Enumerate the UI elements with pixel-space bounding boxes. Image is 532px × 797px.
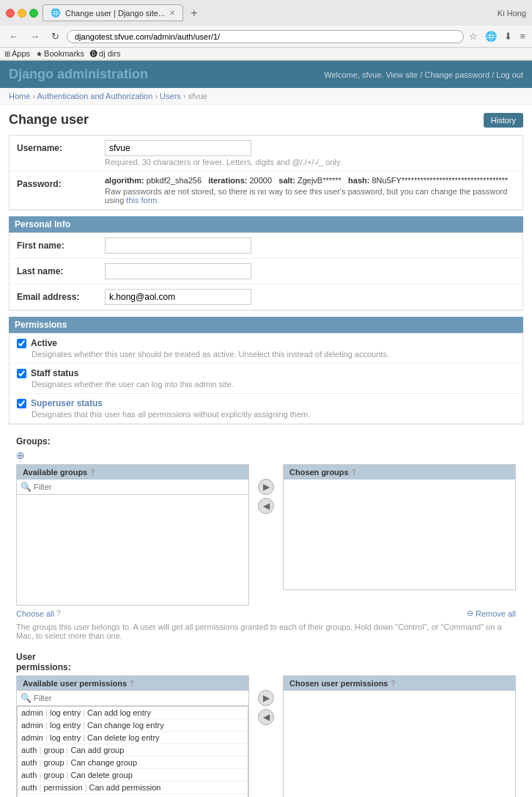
available-perms-label: Available user permissions [23, 679, 127, 688]
perms-transfer-right-button[interactable]: ▶ [258, 690, 274, 706]
perm-list-item[interactable]: auth | group | Can add group [18, 744, 248, 757]
available-groups-panel: Available groups ? 🔍 [16, 464, 249, 606]
bookmarks-apps[interactable]: ⊞ Apps [4, 49, 30, 58]
close-window-button[interactable] [6, 9, 15, 18]
chosen-perms-label: Chosen user permissions [289, 679, 388, 688]
chosen-groups-header: Chosen groups ? [284, 465, 515, 480]
forward-button[interactable]: → [26, 29, 44, 44]
perm-list-item[interactable]: auth | group | Can change group [18, 757, 248, 769]
last-name-input[interactable] [105, 263, 251, 279]
breadcrumb-sep3: › [183, 92, 188, 100]
browser-chrome: 🌐 Change user | Django site... ✕ + Ki Ho… [0, 0, 532, 61]
available-groups-help-icon: ? [90, 469, 95, 477]
superuser-text: Superuser status [31, 398, 103, 408]
perm-list-item[interactable]: admin | log entry | Can delete log entry [18, 732, 248, 744]
group-filter-input[interactable] [34, 482, 245, 491]
active-desc: Designates whether this user should be t… [32, 350, 515, 359]
pw-iterations-key: iterations: [208, 176, 247, 185]
staff-checkbox[interactable] [17, 369, 26, 378]
email-row: Email address: [10, 284, 522, 310]
username-label: Username: [17, 140, 105, 153]
chosen-groups-help-icon: ? [352, 469, 356, 477]
nav-icons: ☆ 🌐 ⬇ ≡ [467, 29, 528, 43]
choose-all-groups-text: Choose all [16, 609, 54, 618]
logout-link[interactable]: Log out [496, 70, 523, 79]
dirs-icon: 🅓 [90, 50, 97, 58]
remove-all-groups-link[interactable]: ⊖ Remove all [467, 609, 516, 618]
transfer-left-button[interactable]: ◀ [258, 498, 274, 514]
address-bar[interactable] [67, 30, 464, 43]
active-tab[interactable]: 🌐 Change user | Django site... ✕ [43, 4, 183, 21]
pw-raw-text: Raw passwords are not stored, so there i… [105, 187, 515, 205]
last-name-field [105, 263, 515, 279]
available-perms-help-icon: ? [130, 680, 134, 688]
breadcrumb-users[interactable]: Users [160, 92, 181, 100]
username-help: Required. 30 characters or fewer. Letter… [105, 158, 515, 166]
superuser-checkbox[interactable] [17, 399, 26, 408]
staff-label[interactable]: Staff status [17, 368, 515, 378]
email-label: Email address: [17, 289, 105, 302]
bookmarks-bookmarks[interactable]: ★ Bookmarks [36, 49, 84, 58]
email-input[interactable] [105, 289, 251, 305]
password-info: algorithm: pbkdf2_sha256 iterations: 200… [105, 176, 515, 205]
pw-iterations-val: 20000 [250, 176, 273, 185]
back-button[interactable]: ← [4, 29, 23, 44]
available-groups-list[interactable] [17, 495, 248, 605]
permissions-section: Active Designates whether this user shou… [9, 333, 523, 425]
staff-text: Staff status [31, 368, 78, 378]
maximize-window-button[interactable] [29, 9, 38, 18]
page-title: Change user [9, 112, 89, 128]
perm-list-item[interactable]: auth | permission | Can change permissio… [18, 794, 248, 797]
tab-close-button[interactable]: ✕ [169, 9, 175, 17]
perm-list-item[interactable]: auth | group | Can delete group [18, 769, 248, 782]
globe-icon[interactable]: 🌐 [483, 29, 499, 43]
perm-list-item[interactable]: admin | log entry | Can change log entry [18, 719, 248, 732]
chosen-groups-label: Chosen groups [289, 468, 349, 477]
breadcrumb-home[interactable]: Home [9, 92, 30, 100]
transfer-right-button[interactable]: ▶ [258, 479, 274, 495]
username-input[interactable] [105, 140, 251, 156]
available-perms-list[interactable]: admin | log entry | Can add log entryadm… [17, 706, 248, 797]
chosen-perms-list[interactable] [284, 691, 515, 797]
bookmarks-label: Bookmarks [44, 49, 84, 58]
active-label[interactable]: Active [17, 338, 515, 348]
minimize-window-button[interactable] [18, 9, 26, 18]
pw-algorithm-line: algorithm: pbkdf2_sha256 iterations: 200… [105, 176, 515, 185]
pw-hash-val: 8Nu5FY********************************** [372, 176, 508, 185]
menu-icon[interactable]: ≡ [517, 29, 528, 43]
available-groups-label: Available groups [23, 468, 87, 477]
superuser-row: Superuser status Designates that this us… [10, 394, 522, 424]
star-icon[interactable]: ☆ [467, 29, 480, 43]
download-icon[interactable]: ⬇ [502, 29, 514, 43]
perm-list-item[interactable]: auth | permission | Can add permission [18, 782, 248, 794]
active-checkbox[interactable] [17, 339, 26, 348]
new-tab-button[interactable]: + [188, 7, 200, 20]
dirs-label: dj dirs [99, 49, 120, 58]
add-group-button[interactable]: ⊕ [16, 449, 25, 461]
breadcrumb-auth[interactable]: Authentication and Authorization [37, 92, 153, 100]
perms-filter-input[interactable] [34, 694, 245, 702]
pw-hash-key: hash: [348, 176, 369, 185]
username-row: Username: Required. 30 characters or few… [10, 136, 522, 172]
reload-button[interactable]: ↻ [47, 29, 64, 44]
pw-change-link[interactable]: this form. [126, 196, 159, 205]
bookmarks-dirs[interactable]: 🅓 dj dirs [90, 49, 120, 58]
superuser-label[interactable]: Superuser status [17, 398, 515, 408]
chosen-groups-list[interactable] [284, 480, 515, 590]
view-site-link[interactable]: View site [385, 70, 418, 79]
groups-help-text: The groups this user belongs to. A user … [16, 622, 516, 640]
pw-salt-val: ZgejvB****** [298, 176, 341, 185]
change-password-link[interactable]: Change password [424, 70, 489, 79]
first-name-input[interactable] [105, 238, 251, 254]
tab-favicon: 🌐 [51, 8, 61, 18]
history-button[interactable]: History [484, 113, 523, 128]
staff-row: Staff status Designates whether the user… [10, 364, 522, 394]
filter-search-icon: 🔍 [21, 482, 32, 492]
perm-list-item[interactable]: admin | log entry | Can add log entry [18, 707, 248, 719]
navigation-bar: ← → ↻ ☆ 🌐 ⬇ ≡ [0, 26, 532, 48]
active-row: Active Designates whether this user shou… [10, 334, 522, 364]
perms-transfer-left-button[interactable]: ◀ [258, 709, 274, 725]
email-field [105, 289, 515, 305]
choose-all-groups-link[interactable]: Choose all ? [16, 609, 61, 618]
perms-filter-search-icon: 🔍 [21, 693, 32, 703]
